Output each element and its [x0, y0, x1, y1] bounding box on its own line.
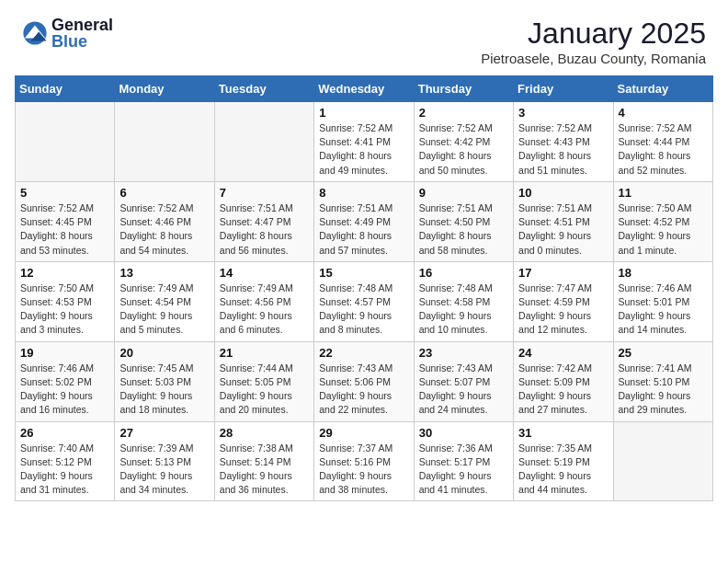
- day-info: Sunrise: 7:36 AMSunset: 5:17 PMDaylight:…: [419, 442, 508, 498]
- day-cell: [16, 102, 115, 182]
- day-cell: 21Sunrise: 7:44 AMSunset: 5:05 PMDayligh…: [214, 341, 313, 421]
- day-info: Sunrise: 7:51 AMSunset: 4:47 PMDaylight:…: [220, 201, 309, 258]
- weekday-header-tuesday: Tuesday: [214, 76, 313, 102]
- calendar-table: SundayMondayTuesdayWednesdayThursdayFrid…: [15, 75, 713, 501]
- week-row-4: 19Sunrise: 7:46 AMSunset: 5:02 PMDayligh…: [16, 341, 713, 421]
- day-number: 24: [518, 346, 608, 360]
- day-number: 23: [419, 346, 508, 360]
- logo: General Blue: [22, 17, 113, 50]
- day-cell: 10Sunrise: 7:51 AMSunset: 4:51 PMDayligh…: [514, 181, 613, 261]
- day-info: Sunrise: 7:40 AMSunset: 5:12 PMDaylight:…: [20, 442, 109, 498]
- day-cell: 1Sunrise: 7:52 AMSunset: 4:41 PMDaylight…: [314, 102, 414, 182]
- day-info: Sunrise: 7:38 AMSunset: 5:14 PMDaylight:…: [220, 442, 309, 498]
- day-cell: [613, 421, 712, 501]
- day-info: Sunrise: 7:41 AMSunset: 5:10 PMDaylight:…: [619, 362, 708, 418]
- day-number: 2: [419, 106, 508, 120]
- day-number: 26: [20, 426, 109, 440]
- week-row-5: 26Sunrise: 7:40 AMSunset: 5:12 PMDayligh…: [16, 421, 713, 501]
- day-cell: 3Sunrise: 7:52 AMSunset: 4:43 PMDaylight…: [514, 102, 613, 182]
- day-number: 9: [419, 186, 508, 200]
- day-number: 18: [619, 266, 708, 280]
- day-info: Sunrise: 7:44 AMSunset: 5:05 PMDaylight:…: [220, 362, 309, 418]
- day-info: Sunrise: 7:48 AMSunset: 4:57 PMDaylight:…: [319, 282, 408, 338]
- day-cell: 11Sunrise: 7:50 AMSunset: 4:52 PMDayligh…: [613, 181, 712, 261]
- day-number: 27: [119, 426, 209, 440]
- day-number: 28: [220, 426, 309, 440]
- day-cell: 15Sunrise: 7:48 AMSunset: 4:57 PMDayligh…: [314, 261, 414, 341]
- day-cell: 22Sunrise: 7:43 AMSunset: 5:06 PMDayligh…: [314, 341, 414, 421]
- day-number: 16: [419, 266, 508, 280]
- day-info: Sunrise: 7:51 AMSunset: 4:51 PMDaylight:…: [518, 201, 608, 258]
- weekday-header-row: SundayMondayTuesdayWednesdayThursdayFrid…: [16, 76, 713, 102]
- day-number: 17: [518, 266, 608, 280]
- day-cell: 16Sunrise: 7:48 AMSunset: 4:58 PMDayligh…: [414, 261, 513, 341]
- day-cell: 25Sunrise: 7:41 AMSunset: 5:10 PMDayligh…: [613, 341, 712, 421]
- day-cell: 19Sunrise: 7:46 AMSunset: 5:02 PMDayligh…: [16, 341, 115, 421]
- day-number: 29: [319, 426, 408, 440]
- day-cell: 26Sunrise: 7:40 AMSunset: 5:12 PMDayligh…: [16, 421, 115, 501]
- day-info: Sunrise: 7:52 AMSunset: 4:45 PMDaylight:…: [20, 201, 109, 258]
- day-info: Sunrise: 7:42 AMSunset: 5:09 PMDaylight:…: [518, 362, 608, 418]
- logo-text: General Blue: [51, 17, 113, 50]
- day-info: Sunrise: 7:52 AMSunset: 4:42 PMDaylight:…: [419, 121, 508, 178]
- weekday-header-thursday: Thursday: [414, 76, 513, 102]
- day-info: Sunrise: 7:43 AMSunset: 5:06 PMDaylight:…: [319, 362, 408, 418]
- day-cell: 29Sunrise: 7:37 AMSunset: 5:16 PMDayligh…: [314, 421, 414, 501]
- day-cell: 17Sunrise: 7:47 AMSunset: 4:59 PMDayligh…: [514, 261, 613, 341]
- day-cell: 18Sunrise: 7:46 AMSunset: 5:01 PMDayligh…: [613, 261, 712, 341]
- week-row-3: 12Sunrise: 7:50 AMSunset: 4:53 PMDayligh…: [16, 261, 713, 341]
- day-info: Sunrise: 7:37 AMSunset: 5:16 PMDaylight:…: [319, 442, 408, 498]
- weekday-header-sunday: Sunday: [16, 76, 115, 102]
- weekday-header-wednesday: Wednesday: [314, 76, 414, 102]
- day-number: 12: [20, 266, 109, 280]
- day-info: Sunrise: 7:39 AMSunset: 5:13 PMDaylight:…: [119, 442, 209, 498]
- day-cell: 7Sunrise: 7:51 AMSunset: 4:47 PMDaylight…: [214, 181, 313, 261]
- day-number: 19: [20, 346, 109, 360]
- day-number: 31: [518, 426, 608, 440]
- day-cell: 20Sunrise: 7:45 AMSunset: 5:03 PMDayligh…: [115, 341, 214, 421]
- day-number: 4: [619, 106, 708, 120]
- day-number: 30: [419, 426, 508, 440]
- week-row-1: 1Sunrise: 7:52 AMSunset: 4:41 PMDaylight…: [16, 102, 713, 182]
- day-cell: 13Sunrise: 7:49 AMSunset: 4:54 PMDayligh…: [115, 261, 214, 341]
- day-cell: 30Sunrise: 7:36 AMSunset: 5:17 PMDayligh…: [414, 421, 513, 501]
- day-info: Sunrise: 7:35 AMSunset: 5:19 PMDaylight:…: [518, 442, 608, 498]
- day-cell: 5Sunrise: 7:52 AMSunset: 4:45 PMDaylight…: [16, 181, 115, 261]
- day-number: 6: [119, 186, 209, 200]
- day-number: 13: [119, 266, 209, 280]
- day-cell: 28Sunrise: 7:38 AMSunset: 5:14 PMDayligh…: [214, 421, 313, 501]
- day-cell: [214, 102, 313, 182]
- day-info: Sunrise: 7:52 AMSunset: 4:43 PMDaylight:…: [518, 121, 608, 178]
- day-number: 5: [20, 186, 109, 200]
- title-block: January 2025 Pietroasele, Buzau County, …: [481, 17, 706, 66]
- logo-blue-label: Blue: [51, 33, 113, 50]
- day-cell: 12Sunrise: 7:50 AMSunset: 4:53 PMDayligh…: [16, 261, 115, 341]
- day-cell: 27Sunrise: 7:39 AMSunset: 5:13 PMDayligh…: [115, 421, 214, 501]
- day-number: 10: [518, 186, 608, 200]
- day-cell: 31Sunrise: 7:35 AMSunset: 5:19 PMDayligh…: [514, 421, 613, 501]
- day-number: 22: [319, 346, 408, 360]
- day-number: 20: [119, 346, 209, 360]
- day-cell: 24Sunrise: 7:42 AMSunset: 5:09 PMDayligh…: [514, 341, 613, 421]
- day-info: Sunrise: 7:49 AMSunset: 4:56 PMDaylight:…: [220, 282, 309, 338]
- logo-general-label: General: [51, 17, 113, 33]
- day-info: Sunrise: 7:48 AMSunset: 4:58 PMDaylight:…: [419, 282, 508, 338]
- day-info: Sunrise: 7:52 AMSunset: 4:46 PMDaylight:…: [119, 201, 209, 258]
- day-number: 21: [220, 346, 309, 360]
- weekday-header-monday: Monday: [115, 76, 214, 102]
- day-info: Sunrise: 7:47 AMSunset: 4:59 PMDaylight:…: [518, 282, 608, 338]
- day-number: 1: [319, 106, 408, 120]
- page-header: General Blue January 2025 Pietroasele, B…: [0, 0, 728, 75]
- day-info: Sunrise: 7:50 AMSunset: 4:53 PMDaylight:…: [20, 282, 109, 338]
- week-row-2: 5Sunrise: 7:52 AMSunset: 4:45 PMDaylight…: [16, 181, 713, 261]
- location-subtitle: Pietroasele, Buzau County, Romania: [481, 51, 706, 66]
- day-number: 15: [319, 266, 408, 280]
- day-info: Sunrise: 7:51 AMSunset: 4:50 PMDaylight:…: [419, 201, 508, 258]
- day-info: Sunrise: 7:52 AMSunset: 4:44 PMDaylight:…: [619, 121, 708, 178]
- day-info: Sunrise: 7:51 AMSunset: 4:49 PMDaylight:…: [319, 201, 408, 258]
- day-cell: 6Sunrise: 7:52 AMSunset: 4:46 PMDaylight…: [115, 181, 214, 261]
- calendar-container: SundayMondayTuesdayWednesdayThursdayFrid…: [0, 75, 728, 509]
- day-number: 3: [518, 106, 608, 120]
- day-number: 11: [619, 186, 708, 200]
- weekday-header-friday: Friday: [514, 76, 613, 102]
